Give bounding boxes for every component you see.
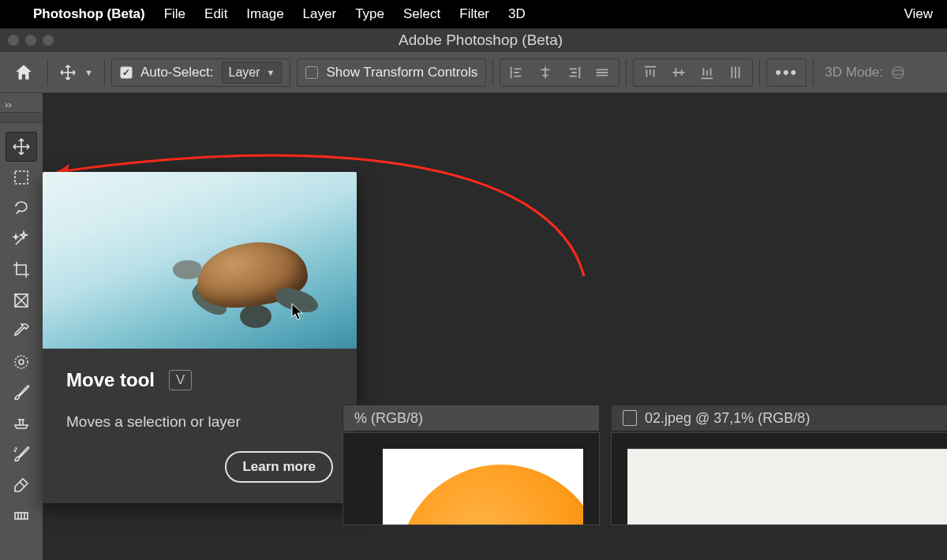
file-icon [623, 410, 637, 426]
menu-edit[interactable]: Edit [204, 6, 227, 22]
panel-collapse-icon[interactable]: ›› [0, 96, 43, 112]
auto-select-label: Auto-Select: [140, 65, 214, 80]
align-center-h-icon[interactable] [537, 64, 554, 81]
align-group-2 [633, 58, 753, 87]
menu-select[interactable]: Select [403, 6, 440, 22]
auto-select-group: ✓ Auto-Select: Layer▼ [111, 58, 291, 87]
tooltip-preview-image [43, 172, 357, 349]
window-titlebar: Adobe Photoshop (Beta) [0, 28, 947, 52]
menu-filter[interactable]: Filter [459, 6, 489, 22]
turtle-graphic [197, 243, 307, 306]
tooltip-description: Moves a selection or layer [66, 413, 333, 431]
options-bar: ▼ ✓ Auto-Select: Layer▼ Show Transform C… [0, 52, 947, 93]
mac-menubar: Photoshop (Beta) File Edit Image Layer T… [0, 0, 947, 28]
menu-image[interactable]: Image [246, 6, 283, 22]
show-transform-checkbox[interactable] [305, 66, 318, 79]
magic-wand-tool[interactable] [6, 224, 37, 254]
healing-tool[interactable] [6, 347, 37, 377]
svg-point-0 [893, 66, 904, 78]
tooltip-shortcut: V [169, 370, 192, 390]
show-transform-label: Show Transform Controls [326, 65, 477, 80]
menu-file[interactable]: File [164, 6, 185, 22]
learn-more-button[interactable]: Learn more [225, 451, 333, 483]
eraser-tool[interactable] [6, 470, 37, 500]
frame-tool[interactable] [6, 286, 37, 315]
lasso-tool[interactable] [6, 193, 37, 223]
panel-grip[interactable] [0, 112, 43, 123]
align-right-icon[interactable] [565, 64, 582, 81]
align-left-icon[interactable] [508, 64, 526, 81]
transform-controls-group: Show Transform Controls [297, 58, 486, 87]
clone-stamp-tool[interactable] [6, 409, 37, 439]
document-tab-1[interactable]: % (RGB/8) [342, 405, 600, 431]
marquee-tool[interactable] [6, 162, 37, 192]
tooltip-title: Move tool [66, 369, 155, 391]
auto-select-dropdown[interactable]: Layer▼ [222, 62, 283, 84]
svg-point-1 [893, 70, 904, 75]
distribute-v-icon[interactable] [727, 64, 744, 81]
menu-layer[interactable]: Layer [303, 6, 337, 22]
tool-panel: ›› [0, 93, 43, 560]
3d-orbit-icon[interactable] [889, 64, 907, 81]
app-name[interactable]: Photoshop (Beta) [33, 6, 145, 22]
svg-point-4 [15, 356, 28, 368]
tab-1-label: % (RGB/8) [354, 410, 423, 427]
home-button[interactable] [6, 57, 41, 88]
brush-tool[interactable] [6, 378, 37, 408]
menu-view[interactable]: View [904, 6, 933, 22]
svg-rect-2 [15, 171, 28, 184]
crop-tool[interactable] [6, 255, 37, 285]
cursor-icon [291, 303, 305, 320]
auto-select-checkbox[interactable]: ✓ [120, 66, 133, 79]
history-brush-tool[interactable] [6, 439, 37, 469]
distribute-h-icon[interactable] [593, 64, 611, 81]
gradient-tool[interactable] [6, 501, 37, 531]
document-1-preview[interactable] [342, 432, 600, 525]
3d-mode-label: 3D Mode: [825, 65, 883, 80]
tab-2-label: 02.jpeg @ 37,1% (RGB/8) [645, 410, 810, 427]
canvas-area: Move tool V Moves a selection or layer L… [43, 93, 947, 560]
svg-point-5 [19, 360, 24, 364]
align-center-v-icon[interactable] [670, 64, 687, 81]
document-2-preview[interactable] [611, 432, 947, 525]
move-tool-indicator[interactable]: ▼ [54, 58, 98, 87]
move-tool[interactable] [6, 132, 37, 162]
align-bottom-icon[interactable] [698, 64, 716, 81]
chevron-down-icon[interactable]: ▼ [84, 68, 93, 77]
ellipsis-icon: ••• [775, 62, 798, 83]
window-title: Adobe Photoshop (Beta) [54, 32, 939, 49]
document-tab-2[interactable]: 02.jpeg @ 37,1% (RGB/8) [611, 405, 947, 431]
tool-tooltip: Move tool V Moves a selection or layer L… [43, 172, 357, 503]
align-group-1 [500, 58, 619, 87]
menu-type[interactable]: Type [355, 6, 384, 22]
menu-3d[interactable]: 3D [508, 6, 526, 22]
eyedropper-tool[interactable] [6, 316, 37, 346]
align-top-icon[interactable] [642, 64, 659, 81]
traffic-lights[interactable] [8, 35, 54, 46]
more-options[interactable]: ••• [766, 58, 807, 87]
